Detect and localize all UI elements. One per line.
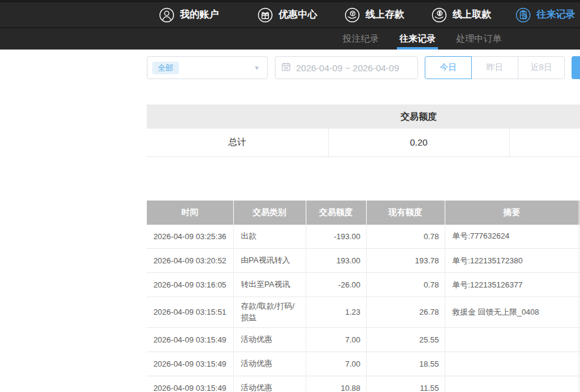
cell-type: 活动优惠 [233,376,306,392]
search-button[interactable] [572,56,580,79]
user-icon [159,7,175,23]
calendar-icon [282,62,291,74]
cell-time: 2026-04-09 03:15:49 [147,327,233,352]
col-header-amount: 交易额度 [306,201,366,225]
last-8-days-button[interactable]: 近8日 [518,56,565,79]
nav-label: 我的账户 [180,8,219,21]
deposit-icon [344,7,360,23]
cell-type: 存款/取款/打码/损益 [233,297,306,328]
today-button[interactable]: 今日 [425,56,472,79]
cell-time: 2026-04-09 03:20:52 [147,249,233,273]
top-navbar: 我的账户 优惠中心 [0,0,580,27]
summary-header-amount: 交易额度 [328,104,509,129]
nav-transaction-records[interactable]: 往来记录 [515,7,575,23]
cell-amount: 1.23 [306,297,366,328]
top-nav-items: 我的账户 优惠中心 [0,7,575,23]
cell-balance: 0.78 [366,273,445,297]
tab-processing-orders[interactable]: 处理中订单 [455,28,503,50]
tab-betting-records[interactable]: 投注纪录 [341,28,380,50]
cell-time: 2026-04-09 03:15:49 [147,376,233,392]
nav-promotions[interactable]: 优惠中心 [257,7,317,23]
cell-note: 单号:122135172380 [445,249,579,273]
nav-label: 线上取款 [453,8,491,21]
quick-date-button-group: 今日 昨日 近8日 [425,56,565,79]
date-range-value: 2026-04-09 ~ 2026-04-09 [296,63,399,73]
cell-balance: 193.78 [366,249,445,273]
gift-icon [257,7,273,23]
nav-online-withdraw[interactable]: 线上取款 [431,7,491,23]
tab-transaction-records[interactable]: 往来记录 [398,28,437,50]
nav-label: 线上存款 [366,8,404,21]
cell-note [445,376,579,392]
cell-note: 单号:777632624 [445,225,579,249]
col-header-type: 交易类别 [233,201,306,225]
table-row: 2026-04-09 03:20:52由PA视讯转入193.00193.78单号… [147,249,580,273]
cell-type: 出款 [233,225,306,249]
cell-amount: -26.00 [306,273,366,297]
cell-type: 活动优惠 [233,327,306,352]
cell-type: 由PA视讯转入 [233,249,306,273]
cell-balance: 26.78 [366,297,445,328]
summary-table: 交易额度 总计 0.20 [147,104,580,157]
cell-balance: 18.55 [366,352,445,376]
cell-time: 2026-04-09 03:15:51 [147,297,233,328]
summary-header-cut [509,104,580,129]
cell-note [445,327,579,352]
table-row: 2026-04-09 03:15:49活动优惠7.0018.55 [147,352,580,376]
cell-note: 救援金 回馈无上限_0408 [445,297,579,328]
cell-amount: 10.88 [306,376,366,392]
summary-header-row: 交易额度 [147,104,580,129]
summary-total-cut [509,129,580,156]
sub-navbar: 投注纪录 往来记录 处理中订单 [0,27,580,50]
table-row: 2026-04-09 03:15:49活动优惠10.8811.55 [147,376,580,392]
cell-note [445,352,579,376]
cell-amount: -193.00 [306,225,366,249]
summary-total-value: 0.20 [328,129,509,156]
nav-label: 优惠中心 [279,8,317,21]
chevron-down-icon: ▼ [254,65,260,71]
main-content: 全部 ▼ 2026-04-09 ~ 2026-04-09 今日 昨日 近8日 [147,56,580,392]
date-range-input[interactable]: 2026-04-09 ~ 2026-04-09 [275,56,418,79]
cell-time: 2026-04-09 03:15:49 [147,352,233,376]
table-row: 2026-04-09 03:15:49活动优惠7.0025.55 [147,327,580,352]
nav-online-deposit[interactable]: 线上存款 [344,7,404,23]
col-header-balance: 现有额度 [366,201,445,225]
selected-type-tag: 全部 [152,62,179,74]
cell-balance: 0.78 [366,225,445,249]
records-icon [515,7,531,23]
cell-balance: 25.55 [366,327,445,352]
transactions-tbody: 2026-04-09 03:25:36出款-193.000.78单号:77763… [147,225,580,392]
transactions-header-row: 时间 交易类别 交易额度 现有额度 摘要 [147,201,580,225]
transaction-type-select[interactable]: 全部 ▼ [147,56,268,79]
cell-balance: 11.55 [366,376,445,392]
table-row: 2026-04-09 03:15:51存款/取款/打码/损益1.2326.78救… [147,297,580,328]
table-row: 2026-04-09 03:16:05转出至PA视讯-26.000.78单号:1… [147,273,580,297]
nav-my-account[interactable]: 我的账户 [159,7,219,23]
cell-time: 2026-04-09 03:25:36 [147,225,233,249]
cell-amount: 193.00 [306,249,366,273]
col-header-note: 摘要 [445,201,579,225]
cell-note: 单号:122135126377 [445,273,579,297]
table-row: 2026-04-09 03:25:36出款-193.000.78单号:77763… [147,225,580,249]
cell-amount: 7.00 [306,352,366,376]
cell-amount: 7.00 [306,327,366,352]
col-header-time: 时间 [147,201,233,225]
filter-row: 全部 ▼ 2026-04-09 ~ 2026-04-09 今日 昨日 近8日 [147,56,580,79]
cell-time: 2026-04-09 03:16:05 [147,273,233,297]
summary-header-spacer [147,104,328,129]
cell-type: 活动优惠 [233,352,306,376]
yesterday-button[interactable]: 昨日 [471,56,518,79]
transactions-table: 时间 交易类别 交易额度 现有额度 摘要 2026-04-09 03:25:36… [147,201,580,392]
nav-label: 往来记录 [536,8,575,21]
summary-total-row: 总计 0.20 [147,129,580,156]
cell-type: 转出至PA视讯 [233,273,306,297]
withdraw-icon [431,7,447,23]
summary-total-label: 总计 [147,129,328,156]
